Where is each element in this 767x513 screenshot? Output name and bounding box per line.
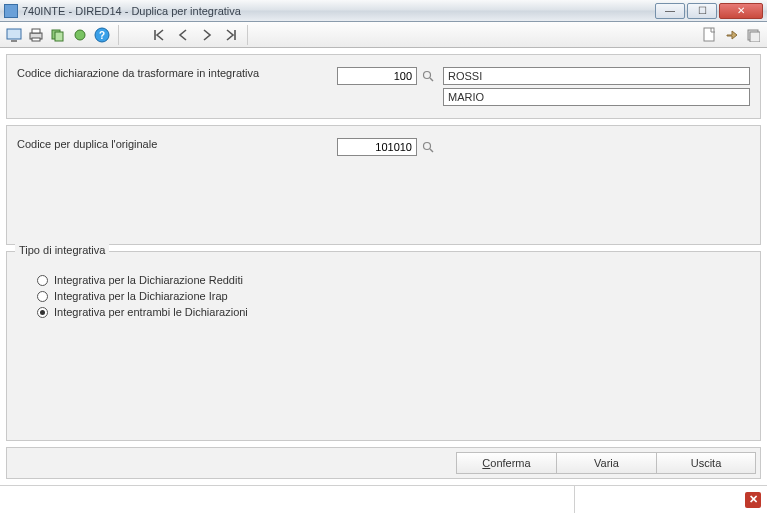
radio-icon [37, 291, 48, 302]
title-bar: 740INTE - DIRED14 - Duplica per integrat… [0, 0, 767, 22]
surname-value: ROSSI [448, 70, 482, 82]
window-minimize-button[interactable]: — [655, 3, 685, 19]
svg-point-14 [424, 143, 431, 150]
tipo-integrativa-group: Tipo di integrativa Integrativa per la D… [6, 251, 761, 441]
radio-label: Integrativa per entrambi le Dichiarazion… [54, 306, 248, 318]
button-bar: Conferma Varia Uscita [6, 447, 761, 479]
toolbar-separator [118, 25, 119, 45]
svg-rect-6 [55, 32, 63, 41]
radio-icon [37, 275, 48, 286]
nav-last-icon[interactable] [221, 25, 241, 45]
confirm-button[interactable]: Conferma [456, 452, 556, 474]
svg-rect-12 [750, 32, 760, 42]
svg-rect-4 [32, 38, 40, 41]
screen-icon[interactable] [4, 25, 24, 45]
tipo-integrativa-legend: Tipo di integrativa [15, 244, 109, 256]
svg-rect-1 [11, 40, 17, 42]
radio-label: Integrativa per la Dichiarazione Redditi [54, 274, 243, 286]
radio-option-entrambi[interactable]: Integrativa per entrambi le Dichiarazion… [37, 306, 730, 318]
window-title: 740INTE - DIRED14 - Duplica per integrat… [22, 5, 655, 17]
print-icon[interactable] [26, 25, 46, 45]
panel-codice-duplica: Codice per duplica l'originale [6, 125, 761, 245]
radio-label: Integrativa per la Dichiarazione Irap [54, 290, 228, 302]
label-codice-duplica: Codice per duplica l'originale [17, 138, 157, 150]
status-bar: ✕ [0, 485, 767, 513]
toolbar-separator [247, 25, 248, 45]
input-codice-duplica[interactable] [337, 138, 417, 156]
svg-point-13 [424, 72, 431, 79]
name-field[interactable]: MARIO [443, 88, 750, 106]
nav-prev-icon[interactable] [173, 25, 193, 45]
svg-rect-10 [704, 28, 714, 41]
stack-icon[interactable] [743, 25, 763, 45]
name-value: MARIO [448, 91, 484, 103]
confirm-label: onferma [490, 457, 530, 469]
doc-icon[interactable] [699, 25, 719, 45]
panel-codice-trasformare: Codice dichiarazione da trasformare in i… [6, 54, 761, 119]
nav-first-icon[interactable] [149, 25, 169, 45]
radio-option-redditi[interactable]: Integrativa per la Dichiarazione Redditi [37, 274, 730, 286]
copy-green-icon[interactable] [48, 25, 68, 45]
lookup-icon[interactable] [421, 69, 435, 83]
toolbar: ? [0, 22, 767, 48]
tree-green-icon[interactable] [70, 25, 90, 45]
vary-button[interactable]: Varia [556, 452, 656, 474]
svg-point-7 [75, 30, 85, 40]
app-icon [4, 4, 18, 18]
close-icon[interactable]: ✕ [745, 492, 761, 508]
svg-rect-0 [7, 29, 21, 39]
surname-field[interactable]: ROSSI [443, 67, 750, 85]
svg-text:?: ? [99, 30, 105, 41]
status-left [0, 486, 575, 513]
input-codice-trasformare[interactable] [337, 67, 417, 85]
help-icon[interactable]: ? [92, 25, 112, 45]
nav-next-icon[interactable] [197, 25, 217, 45]
svg-rect-3 [32, 29, 40, 33]
forward-icon[interactable] [721, 25, 741, 45]
radio-icon [37, 307, 48, 318]
window-maximize-button[interactable]: ☐ [687, 3, 717, 19]
status-right: ✕ [575, 486, 767, 513]
radio-option-irap[interactable]: Integrativa per la Dichiarazione Irap [37, 290, 730, 302]
lookup-icon[interactable] [421, 140, 435, 154]
exit-button[interactable]: Uscita [656, 452, 756, 474]
label-codice-trasformare: Codice dichiarazione da trasformare in i… [17, 67, 259, 79]
window-close-button[interactable]: ✕ [719, 3, 763, 19]
